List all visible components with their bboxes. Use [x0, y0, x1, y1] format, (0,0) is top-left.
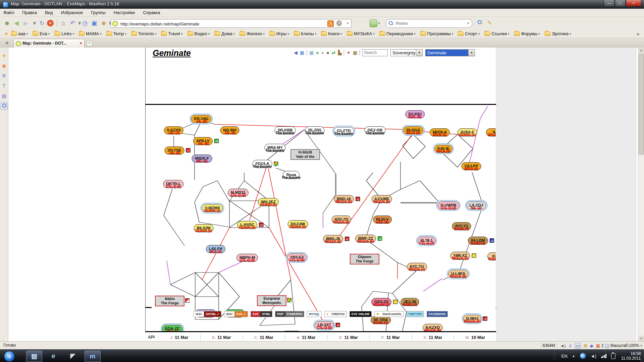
- bookmarks-overflow-icon[interactable]: »: [637, 31, 639, 37]
- system-node-OEY-OR[interactable]: OEY-ORThe Society: [365, 126, 386, 134]
- system-node-M-MD31[interactable]: M-MD31CTL-Q (5): [228, 189, 249, 197]
- scroll-up-icon[interactable]: ▲: [638, 48, 644, 53]
- bookmark-Temp[interactable]: Temp▾: [106, 31, 126, 36]
- tab-close-icon[interactable]: ×: [79, 41, 82, 46]
- system-node-4NGK-F[interactable]: 4NGK-FME- (5): [192, 155, 212, 163]
- system-node-U-L4KS[interactable]: U-L4KSBR1CK (5): [448, 270, 468, 278]
- minimize-button[interactable]: —: [604, 0, 614, 7]
- system-node-L4X-FH[interactable]: L4X-FHBCA (3): [206, 245, 225, 253]
- menu-item-Избранное[interactable]: Избранное: [61, 10, 83, 15]
- bookmark-Эротика[interactable]: Эротика▾: [545, 31, 571, 36]
- system-node-6YC-TU[interactable]: 6YC-TUBR1CK (4): [407, 263, 427, 271]
- menu-item-Настройки[interactable]: Настройки: [114, 10, 135, 15]
- find-button[interactable]: [476, 19, 484, 27]
- tray-expand-icon[interactable]: ▲: [572, 354, 575, 358]
- system-node-2H-TSE[interactable]: 2H-TSE-VE- (5)◁: [165, 146, 184, 155]
- system-node-O1-FTD[interactable]: O1-FTDThe Society: [334, 127, 354, 135]
- badge-php-powered[interactable]: PHPPOWERED: [275, 311, 304, 317]
- popup-blocker-icon[interactable]: ▭: [575, 343, 581, 349]
- refresh-icon[interactable]: ↻: [38, 19, 46, 27]
- system-node-8MG-J6[interactable]: 8MG-J6BR1CK (5)◁: [323, 235, 343, 243]
- start-button[interactable]: ⊞: [4, 351, 15, 362]
- system-node-4-CUM5[interactable]: 4-CUM5BR1CK (5): [372, 195, 392, 203]
- taskbar-ie-app[interactable]: e: [46, 351, 61, 361]
- bookmark-Спорт[interactable]: Спорт▾: [458, 31, 480, 36]
- badge-mysql[interactable]: MYSQL: [307, 311, 322, 317]
- system-node-NQ-9IH[interactable]: NQ-9IH-VE- (5): [220, 126, 239, 134]
- system-node-V-MZW0[interactable]: V-MZW0DEM0N (5): [202, 204, 223, 212]
- sovereignty-select[interactable]: Sovereignty▼: [390, 49, 423, 56]
- snapshot-icon[interactable]: ▣: [90, 19, 99, 27]
- badge-facebook[interactable]: FACEBOOK: [427, 311, 448, 317]
- system-node-9-[interactable]: 9-SPLR (5): [486, 128, 496, 136]
- language-indicator[interactable]: EN: [561, 354, 568, 359]
- sovereignty-dropdown-icon[interactable]: ▼: [416, 50, 422, 56]
- badge-w3c-svg[interactable]: W3CSVG ✓: [224, 311, 248, 317]
- pdf-icon[interactable]: ✦: [346, 50, 351, 55]
- plugin-t-icon[interactable]: Т: [1, 82, 7, 89]
- menu-item-Правка[interactable]: Правка: [22, 10, 37, 15]
- plugin-r-icon[interactable]: R: [1, 72, 7, 79]
- badge-firefox[interactable]: ●FIREFOX: [324, 311, 346, 317]
- vertical-scrollbar[interactable]: ▲ ▼: [638, 48, 644, 341]
- home-icon[interactable]: ⌂: [59, 19, 68, 27]
- bookmark-Переводчики[interactable]: Переводчики▾: [379, 31, 416, 36]
- tab-active[interactable]: Map: Geminate - DOT... ×: [13, 39, 85, 48]
- bookmark-aaa[interactable]: aaa▾: [11, 31, 28, 36]
- system-node-O2O-2X[interactable]: O2O-2XSOLAR (2)◁: [371, 298, 391, 306]
- web-search-box[interactable]: ▾: [386, 19, 472, 28]
- system-node-D0-F4W[interactable]: D0-F4WDEM0N (5): [288, 220, 308, 228]
- taskbar-maxthon-app[interactable]: m: [85, 351, 101, 362]
- taskbar-floppy-app[interactable]: ▤: [26, 351, 42, 362]
- go-dropdown-icon[interactable]: ▾: [378, 21, 380, 25]
- region-map[interactable]: KR-V6G-VE- (5)0-GZX9-VE- (4)NQ-9IH-VE- (…: [152, 105, 496, 341]
- bookmark-Links[interactable]: Links▾: [54, 31, 74, 36]
- badge-w3c-xhtml[interactable]: W3CXHTML ✓: [194, 311, 221, 317]
- favorites-heart-icon[interactable]: ♥: [5, 31, 8, 37]
- zoom-dropdown-icon[interactable]: ▾: [640, 344, 642, 347]
- system-node-6RQ9-A[interactable]: 6RQ9-ASPLR (5): [430, 128, 450, 136]
- map-back-icon[interactable]: ◀: [294, 50, 298, 55]
- url-input[interactable]: [120, 20, 322, 27]
- badge-startcom-ssl[interactable]: ✚StartComSSL: [374, 311, 404, 317]
- clock-icon[interactable]: ◷: [80, 19, 89, 27]
- scroll-down-icon[interactable]: ▼: [638, 336, 644, 341]
- system-node-FDZ4-A[interactable]: FDZ4-AThe Society: [253, 160, 272, 168]
- system-node-B6-52M[interactable]: B6-52MDEM0N (5): [194, 224, 214, 232]
- zoom-level[interactable]: Масштаб:100%: [610, 343, 639, 348]
- menu-item-Группы[interactable]: Группы: [91, 10, 105, 15]
- system-node-LX-ZOJ[interactable]: LX-ZOJNS- (2): [467, 201, 486, 209]
- globe-dark-icon[interactable]: ●: [326, 50, 329, 55]
- system-node-RLSI-V[interactable]: RLSI-VAZZ- (5): [373, 216, 392, 224]
- system-node-BND-16[interactable]: BND-16BR1CK (5)◁: [334, 195, 354, 203]
- system-node-YN3-E3[interactable]: YN3-E3CTL-Q (6): [287, 253, 307, 261]
- system-node-WH-2EZ[interactable]: WH-2EZDEM0N (5): [258, 198, 279, 206]
- system-node-3USX-F[interactable]: 3USX-FDEM0N (5): [458, 128, 477, 136]
- badge-eve-online[interactable]: EVE ONLINE: [350, 311, 372, 317]
- system-node-8-KZXQ[interactable]: 8-KZXQBR1CK (5): [423, 324, 443, 332]
- bookmark-Книги[interactable]: Книги▾: [321, 31, 342, 36]
- maximize-button[interactable]: □: [615, 0, 626, 7]
- show-desktop-button[interactable]: [641, 350, 644, 362]
- system-node-JE1-36[interactable]: JE1-36BAND (4): [400, 298, 419, 306]
- system-node-O-VWPB[interactable]: O-VWPBCTL-Q (2): [437, 201, 459, 209]
- tab-count-icon[interactable]: ▦: [596, 343, 600, 348]
- favorites-star-icon[interactable]: ★: [1, 52, 7, 59]
- gesture-icon[interactable]: ◆: [590, 343, 593, 348]
- system-node-K25[interactable]: K25BAND (4): [487, 252, 496, 260]
- taskbar-arrow-app[interactable]: ◤: [65, 351, 80, 361]
- bookmark-МУЗЫКА[interactable]: МУЗЫКА▾: [347, 31, 375, 36]
- system-node-5F-YRA[interactable]: 5F-YRABAND (4): [371, 316, 391, 324]
- system-node-0-GZX9[interactable]: 0-GZX9-VE- (4): [164, 126, 183, 134]
- region-select[interactable]: Geminate▼: [425, 49, 475, 56]
- highlight-pen-icon[interactable]: ✎: [486, 19, 494, 27]
- system-node-SV-K8J[interactable]: SV-K8JRZR- (5): [405, 110, 425, 118]
- system-node-2E-ZR5[interactable]: 2E-ZR5The Society: [305, 126, 324, 134]
- rss-icon[interactable]: [327, 20, 334, 27]
- stop-icon[interactable]: ✕: [47, 20, 54, 26]
- bookmark-Клипы[interactable]: Клипы▾: [294, 31, 316, 36]
- tray-grip[interactable]: :::::::::: [553, 352, 556, 360]
- menu-item-Вид[interactable]: Вид: [45, 10, 53, 15]
- system-node-QKTR-L[interactable]: QKTR-LCTL-Q (5): [163, 180, 183, 188]
- bookmark-Torrents[interactable]: Torrents▾: [131, 31, 157, 36]
